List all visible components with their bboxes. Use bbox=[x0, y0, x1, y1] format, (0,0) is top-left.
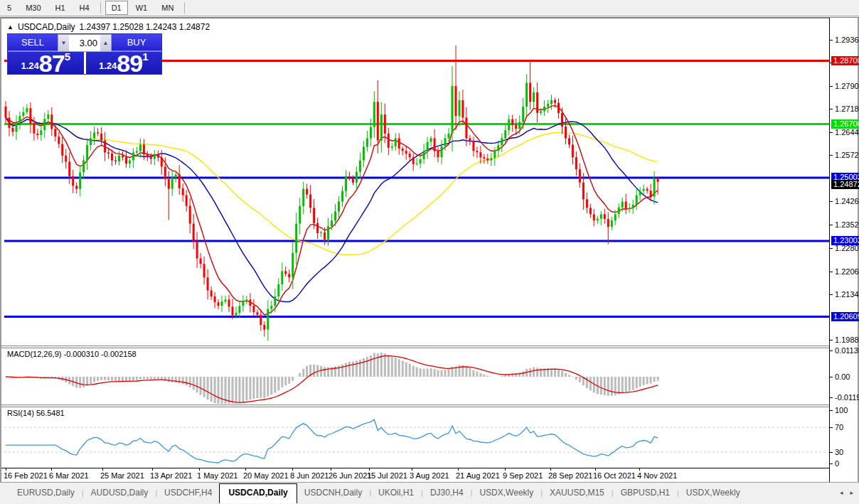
axis-tick-label: 70 bbox=[835, 423, 843, 431]
macd-indicator-label: MACD(12,26,9) -0.000310 -0.002158 bbox=[7, 350, 137, 358]
collapse-chart-icon[interactable]: ▲ bbox=[7, 23, 14, 31]
axis-tick-label: 0.01135 bbox=[835, 346, 859, 355]
date-axis[interactable]: 16 Feb 20216 Mar 202125 Mar 202113 Apr 2… bbox=[1, 468, 829, 482]
timeframe-button-m30[interactable]: M30 bbox=[19, 1, 47, 15]
tab-audusd-daily[interactable]: AUDUSD,Daily bbox=[84, 485, 156, 501]
date-tick-mark bbox=[458, 468, 459, 471]
price-level-flag: 1.26700 bbox=[831, 119, 859, 129]
date-label: 16 Feb 2021 bbox=[4, 471, 48, 480]
axis-tick-mark bbox=[830, 155, 833, 156]
date-label: 25 Mar 2021 bbox=[100, 471, 144, 480]
axis-tick-mark bbox=[830, 377, 833, 377]
axis-tick-label: 1.22060 bbox=[835, 267, 859, 276]
date-tick-mark bbox=[245, 468, 246, 471]
axis-tick-label: 1.29360 bbox=[835, 36, 859, 44]
axis-tick-label: 0 bbox=[835, 459, 839, 468]
tab-xauusd-m15[interactable]: XAUUSD,M15 bbox=[543, 485, 612, 501]
date-label: 9 Sep 2021 bbox=[503, 471, 543, 480]
axis-tick-mark bbox=[830, 340, 833, 341]
date-label: 26 Jun 2021 bbox=[329, 471, 372, 480]
date-tick-mark bbox=[595, 468, 596, 471]
date-tick-mark bbox=[331, 468, 331, 471]
tab-scroll-left-icon[interactable]: ◂ bbox=[840, 489, 843, 496]
date-tick-mark bbox=[102, 468, 103, 471]
bid-price-prefix: 1.24 bbox=[21, 60, 39, 71]
ask-price-prefix: 1.24 bbox=[99, 60, 117, 71]
date-label: 16 Oct 2021 bbox=[593, 471, 636, 480]
date-label: 15 Jul 2021 bbox=[367, 471, 407, 480]
date-label: 4 Nov 2021 bbox=[637, 471, 677, 480]
axis-tick-mark bbox=[830, 132, 833, 133]
axis-tick-mark bbox=[830, 272, 833, 272]
axis-tick-label: 1.21340 bbox=[835, 290, 859, 299]
price-axis[interactable]: 1.293601.286401.279001.271801.264401.257… bbox=[829, 18, 858, 482]
toolbar-separator bbox=[100, 2, 101, 14]
axis-tick-label: 100 bbox=[835, 406, 848, 414]
tab-dj30-h4[interactable]: DJ30,H4 bbox=[423, 485, 471, 501]
tab-usdcnh-daily[interactable]: USDCNH,Daily bbox=[297, 485, 369, 501]
timeframe-button-h1[interactable]: H1 bbox=[49, 1, 72, 15]
price-level-flag: 1.20609 bbox=[831, 312, 859, 321]
axis-tick-mark bbox=[830, 248, 833, 249]
axis-tick-mark bbox=[830, 410, 833, 411]
date-tick-mark bbox=[292, 468, 293, 471]
axis-tick-mark bbox=[830, 109, 833, 109]
axis-tick-mark bbox=[830, 350, 833, 351]
date-label: 6 Mar 2021 bbox=[49, 471, 89, 480]
axis-tick-label: 1.19880 bbox=[835, 336, 859, 344]
date-tick-mark bbox=[412, 468, 412, 471]
chart-tab-bar: EURUSD,Daily|AUDUSD,Daily|USDCHF,H4USDCA… bbox=[0, 483, 859, 504]
tab-eurusd-daily[interactable]: EURUSD,Daily bbox=[10, 485, 82, 501]
axis-tick-label: 1.26440 bbox=[835, 128, 859, 136]
axis-tick-mark bbox=[830, 86, 833, 87]
chart-symbol-label: USDCAD,Daily bbox=[18, 22, 75, 32]
volume-increase-icon[interactable]: ▲ bbox=[100, 35, 111, 51]
date-tick-mark bbox=[505, 468, 506, 471]
timeframe-button-mn[interactable]: MN bbox=[155, 1, 180, 15]
axis-tick-mark bbox=[830, 201, 833, 202]
date-label: 8 Jun 2021 bbox=[290, 471, 329, 480]
volume-decrease-icon[interactable]: ▼ bbox=[58, 35, 69, 51]
tab-usdx-weekly[interactable]: USDX,Weekly bbox=[679, 485, 747, 501]
rsi-panel-canvas[interactable] bbox=[0, 407, 829, 467]
axis-tick-label: 1.27180 bbox=[835, 104, 859, 113]
price-level-flag: 1.23003 bbox=[831, 236, 859, 245]
axis-tick-label: 1.23520 bbox=[835, 220, 859, 229]
tab-usdcad-daily[interactable]: USDCAD,Daily bbox=[219, 483, 297, 503]
date-tick-mark bbox=[550, 468, 551, 471]
axis-tick-mark bbox=[830, 40, 833, 41]
date-tick-mark bbox=[152, 468, 153, 471]
tab-gbpusd-h1[interactable]: GBPUSD,H1 bbox=[614, 485, 677, 501]
volume-input[interactable]: 3.00 bbox=[69, 35, 100, 51]
toolbar-separator bbox=[184, 2, 185, 14]
date-tick-mark bbox=[51, 468, 52, 471]
date-label: 21 Aug 2021 bbox=[456, 471, 500, 480]
axis-tick-mark bbox=[830, 427, 833, 428]
bid-price-button[interactable]: 1.24 87 5 bbox=[8, 52, 84, 74]
ask-price-button[interactable]: 1.24 89 1 bbox=[86, 52, 162, 74]
tab-ukoil-h1[interactable]: UKOil,H1 bbox=[371, 485, 421, 501]
axis-tick-label: 0.00 bbox=[835, 372, 850, 381]
timeframe-button-h4[interactable]: H4 bbox=[73, 1, 96, 15]
timeframe-button-d1[interactable]: D1 bbox=[105, 1, 128, 15]
axis-tick-label: 1.24260 bbox=[835, 197, 859, 205]
axis-tick-mark bbox=[830, 225, 833, 225]
mt4-application: 5M30H1H4D1W1MN 1.293601.286401.279001.27… bbox=[0, 0, 859, 504]
timeframe-button-w1[interactable]: W1 bbox=[129, 1, 154, 15]
timeframe-toolbar: 5M30H1H4D1W1MN bbox=[0, 0, 859, 16]
axis-tick-label: 1.25720 bbox=[835, 151, 859, 159]
axis-tick-label: -0.01190 bbox=[835, 393, 859, 402]
tab-usdchf-h4[interactable]: USDCHF,H4 bbox=[157, 485, 219, 501]
date-tick-mark bbox=[6, 468, 6, 471]
axis-tick-mark bbox=[830, 397, 833, 398]
date-tick-mark bbox=[639, 468, 640, 471]
date-tick-mark bbox=[369, 468, 370, 471]
date-label: 1 May 2021 bbox=[197, 471, 238, 480]
tab-usdx-weekly[interactable]: USDX,Weekly bbox=[472, 485, 540, 501]
axis-tick-mark bbox=[830, 294, 833, 295]
timeframe-button-5[interactable]: 5 bbox=[1, 1, 18, 15]
rsi-indicator-label: RSI(14) 56.5481 bbox=[7, 409, 65, 417]
bid-price-pip: 5 bbox=[65, 50, 70, 63]
tab-scroll-nav: ◂ ▸ bbox=[840, 489, 853, 496]
tab-scroll-right-icon[interactable]: ▸ bbox=[850, 489, 853, 496]
